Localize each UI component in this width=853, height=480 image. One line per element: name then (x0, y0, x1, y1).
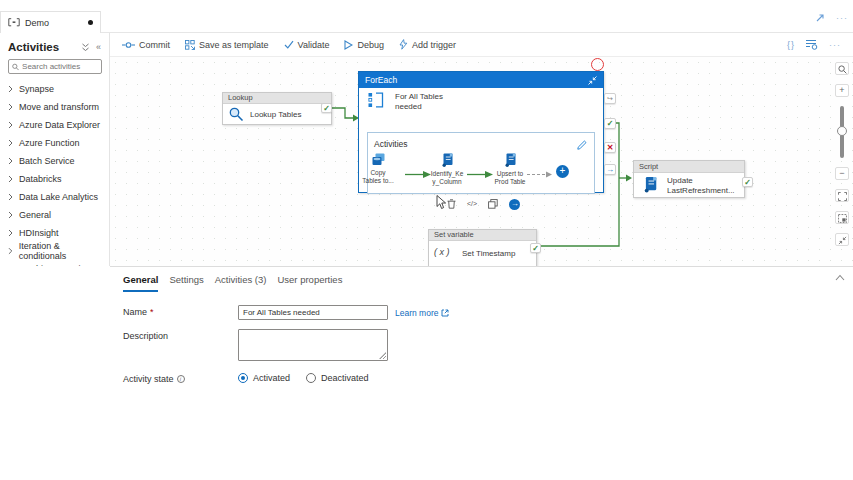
sidebar-item-batch-service[interactable]: Batch Service (0, 152, 109, 170)
pending-arrow (527, 170, 553, 179)
toolbar-more-icon[interactable]: ··· (829, 40, 841, 50)
skipped-output-port[interactable]: ↪ (604, 93, 616, 104)
script-activity-node[interactable]: Script Update LastRefreshment... ✓ (633, 160, 745, 198)
sidebar-item-databricks[interactable]: Databricks (0, 170, 109, 188)
pipeline-tab-demo[interactable]: Demo (0, 11, 101, 33)
activity-type-label: Lookup (223, 93, 331, 104)
inner-activity-identify-key-column[interactable]: Identify_Ke y_Column (427, 153, 467, 185)
sidebar-item-move-and-transform[interactable]: Move and transform (0, 98, 109, 116)
inner-activity-copy[interactable]: Copy Tables to... (358, 153, 398, 184)
fit-to-screen-button[interactable] (835, 189, 849, 202)
chevron-right-icon (8, 211, 13, 219)
collapse-canvas-button[interactable] (835, 233, 849, 246)
add-next-activity-button[interactable]: → (509, 199, 520, 210)
activity-type-label: Set variable (429, 230, 536, 241)
zoom-slider-handle[interactable] (837, 126, 847, 136)
collapse-all-icon[interactable] (81, 43, 90, 52)
foreach-activity-node[interactable]: ForEach For All Tables needed Activit (358, 71, 604, 193)
search-activities-input[interactable] (22, 62, 98, 71)
inner-activity-label-line2: y_Column (427, 178, 467, 186)
activity-name-line1: For All Tables (395, 92, 443, 102)
save-as-template-button[interactable]: Save as template (185, 40, 269, 50)
sidebar-item-iteration-conditionals[interactable]: Iteration & conditionals (0, 242, 109, 260)
debug-play-icon (344, 40, 353, 50)
code-view-icon[interactable]: {} (787, 40, 795, 50)
description-textarea[interactable] (238, 329, 388, 361)
validate-button[interactable]: Validate (284, 40, 330, 50)
tab-title: Demo (25, 18, 49, 28)
pipeline-settings-icon[interactable] (806, 39, 818, 50)
lookup-activity-node[interactable]: Lookup Lookup Tables ✓ (222, 92, 332, 125)
chevron-right-icon (8, 103, 13, 111)
fit-frame-icon (838, 192, 847, 201)
script-icon (441, 153, 454, 167)
activity-type-label: Script (634, 161, 744, 173)
pipeline-canvas[interactable]: Lookup Lookup Tables ✓ ForEach (110, 57, 853, 266)
pipeline-toolbar: Commit Save as template Validate Debug (110, 33, 853, 57)
activity-name: Set Timestamp (462, 249, 515, 259)
activity-name-input[interactable] (238, 305, 388, 320)
save-as-template-icon (185, 40, 195, 50)
delete-trash-icon[interactable] (447, 199, 456, 209)
completion-output-port[interactable]: → (604, 164, 616, 175)
pipeline-editor-window: Demo ··· Commit Save (0, 0, 853, 480)
add-trigger-button[interactable]: Add trigger (399, 39, 456, 50)
add-inner-activity-button[interactable]: + (556, 165, 569, 178)
sidebar-item-hdinsight[interactable]: HDInsight (0, 224, 109, 242)
tab-user-properties[interactable]: User properties (277, 274, 342, 292)
collapse-node-icon[interactable] (588, 76, 597, 85)
tab-strip-more-icon[interactable]: ··· (836, 13, 848, 23)
foreach-header: ForEach (359, 72, 603, 88)
sidebar-item-azure-function[interactable]: Azure Function (0, 134, 109, 152)
set-variable-activity-node[interactable]: Set variable ( x ) Set Timestamp ✓ (428, 229, 537, 266)
expand-editor-icon[interactable] (815, 13, 825, 23)
collapse-arrows-icon (838, 236, 847, 245)
success-output-port[interactable]: ✓ (742, 177, 753, 187)
activity-state-radio-group: Activated Deactivated (238, 372, 380, 383)
failure-output-port[interactable]: ✕ (604, 142, 616, 153)
sidebar-item-label: General (19, 210, 51, 220)
activity-name: Lookup Tables (250, 110, 301, 120)
sidebar-item-synapse[interactable]: Synapse (0, 80, 109, 98)
sidebar-item-label: HDInsight (19, 228, 59, 238)
zoom-search-button[interactable] (835, 62, 849, 75)
pipeline-icon (8, 18, 20, 27)
copy-data-icon (372, 153, 385, 166)
activated-radio[interactable] (238, 373, 248, 383)
zoom-slider[interactable] (835, 106, 849, 158)
sidebar-item-general[interactable]: General (0, 206, 109, 224)
collapse-sidebar-icon[interactable]: « (96, 43, 101, 52)
success-output-port[interactable]: ✓ (321, 103, 332, 113)
learn-more-link[interactable]: Learn more (395, 305, 449, 318)
collapse-panel-chevron-icon[interactable] (835, 274, 845, 281)
clone-icon[interactable] (488, 199, 498, 209)
tab-settings[interactable]: Settings (169, 274, 203, 292)
activity-name-line1: Update (667, 176, 735, 186)
debug-button[interactable]: Debug (344, 40, 384, 50)
set-variable-icon: ( x ) (434, 247, 450, 257)
view-code-icon[interactable]: </> (467, 199, 477, 209)
reset-zoom-button[interactable] (835, 211, 849, 224)
zoom-out-button[interactable]: − (835, 167, 849, 180)
edit-pencil-icon[interactable] (577, 140, 587, 150)
activity-type-label: ForEach (365, 75, 588, 85)
inner-activity-upsert[interactable]: Upsert to Prod Table (490, 153, 530, 185)
deactivated-radio-label: Deactivated (321, 373, 369, 383)
sidebar-item-label: Iteration & conditionals (19, 241, 105, 261)
commit-button[interactable]: Commit (122, 40, 170, 50)
sidebar-item-label: Batch Service (19, 156, 75, 166)
tab-activities[interactable]: Activities (3) (215, 274, 267, 292)
selected-activity-actions: </> → (447, 198, 520, 210)
recording-click-indicator (591, 58, 604, 71)
success-output-port[interactable]: ✓ (604, 118, 616, 129)
foreach-inner-activities-panel[interactable]: Activities Copy Tables to... (367, 132, 595, 194)
tab-general[interactable]: General (123, 274, 158, 292)
properties-panel: General Settings Activities (3) User pro… (110, 266, 853, 480)
deactivated-radio[interactable] (306, 373, 316, 383)
search-activities-box[interactable] (8, 59, 102, 74)
success-output-port[interactable]: ✓ (530, 243, 541, 253)
zoom-in-button[interactable]: + (835, 84, 849, 97)
sidebar-item-azure-data-explorer[interactable]: Azure Data Explorer (0, 116, 109, 134)
chevron-right-icon (8, 139, 13, 147)
sidebar-item-data-lake-analytics[interactable]: Data Lake Analytics (0, 188, 109, 206)
